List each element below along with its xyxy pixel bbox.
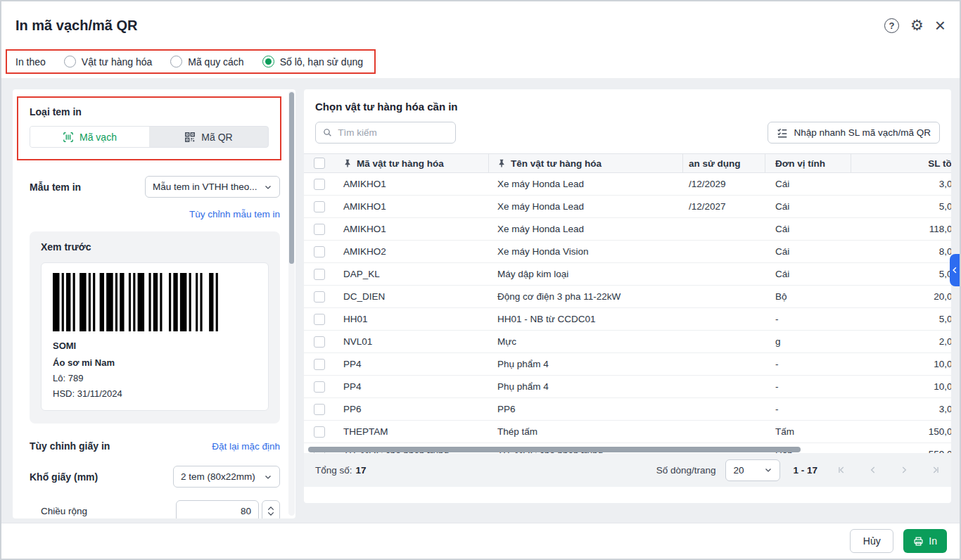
row-checkbox[interactable] — [314, 336, 325, 348]
cell-unit: g — [765, 336, 851, 347]
row-checkbox[interactable] — [314, 426, 325, 438]
cell-stock-qty: 3,00 — [851, 179, 951, 189]
cell-unit: - — [765, 314, 851, 324]
chevron-down-icon — [764, 466, 772, 474]
quick-input-qty-button[interactable]: Nhập nhanh SL mã vạch/mã QR — [768, 122, 940, 144]
table-row[interactable]: AMIKHO1Xe máy Honda LeadCái118,00 — [304, 218, 951, 241]
row-checkbox-cell — [304, 179, 335, 190]
last-page-icon[interactable] — [930, 465, 940, 475]
cell-item-name: Động cơ điện 3 pha 11-22kW — [489, 291, 683, 302]
barcode-preview-image — [53, 273, 220, 331]
column-header-name[interactable]: Tên vật tư hàng hóa — [511, 158, 602, 169]
table-row[interactable]: AMIKHO2Xe máy Honda VisionCái8,00 — [304, 241, 951, 263]
paper-width-input[interactable] — [176, 500, 259, 518]
first-page-icon[interactable] — [837, 465, 847, 475]
row-checkbox[interactable] — [314, 291, 325, 303]
horizontal-scrollbar[interactable] — [304, 446, 951, 453]
cell-item-name: Xe máy Honda Lead — [489, 179, 683, 189]
table-row[interactable]: DC_DIENĐộng cơ điện 3 pha 11-22kWBộ20,00 — [304, 286, 951, 308]
cell-unit: Bộ — [765, 291, 851, 302]
total-value: 17 — [356, 465, 367, 476]
radio-ma-quy-cach[interactable]: Mã quy cách — [170, 56, 243, 68]
radio-vat-tu-hang-hoa[interactable]: Vật tư hàng hóa — [64, 56, 152, 68]
paper-size-select[interactable]: 2 tem (80x22mm) — [173, 466, 280, 488]
cell-item-name: PP6 — [489, 404, 683, 414]
column-header-unit[interactable]: Đơn vị tính — [775, 158, 825, 169]
cell-unit: - — [765, 404, 851, 414]
template-select[interactable]: Mẫu tem in VTHH theo... — [145, 176, 280, 198]
column-header-code[interactable]: Mã vật tư hàng hóa — [357, 158, 444, 169]
table-row[interactable]: AMIKHO1Xe máy Honda Lead/12/2027Cái5,00 — [304, 196, 951, 218]
total-label: Tổng số: — [315, 465, 352, 476]
row-checkbox-cell — [304, 314, 335, 325]
row-checkbox[interactable] — [314, 314, 325, 325]
print-button[interactable]: In — [903, 529, 947, 553]
row-checkbox[interactable] — [314, 381, 325, 393]
rows-per-page-label: Số dòng/trang — [656, 465, 716, 476]
print-by-highlight-box: In theo Vật tư hàng hóa Mã quy cách Số l… — [6, 49, 376, 74]
template-label: Mẫu tem in — [30, 182, 81, 193]
reset-default-link[interactable]: Đặt lại mặc định — [212, 441, 280, 452]
tab-qr-label: Mã QR — [201, 132, 232, 143]
row-checkbox-cell — [304, 381, 335, 393]
tab-qr[interactable]: Mã QR — [149, 127, 268, 147]
item-select-panel: Chọn vật tư hàng hóa cần in — [304, 89, 951, 503]
page-range: 1 - 17 — [793, 465, 817, 476]
page-title: In mã vạch/mã QR — [15, 18, 137, 34]
table-row[interactable]: PP4Phụ phẩm 4-10,00 — [304, 376, 951, 398]
row-checkbox[interactable] — [314, 179, 325, 190]
table-row[interactable]: THEPTAMThép tấmTấm150,00 — [304, 421, 951, 443]
select-all-checkbox[interactable] — [314, 158, 325, 169]
preview-expiry: HSD: 31/11/2024 — [53, 388, 257, 399]
help-icon[interactable]: ? — [884, 18, 899, 33]
table-row[interactable]: DAP_KLMáy dập kim loạiCái5,00 — [304, 263, 951, 286]
table-row[interactable]: HH01HH01 - NB từ CCDC01-5,00 — [304, 308, 951, 331]
cell-item-name: Thép tấm — [489, 426, 683, 437]
left-panel-scrollbar[interactable] — [288, 91, 295, 516]
next-page-icon[interactable] — [899, 465, 909, 475]
checklist-icon — [777, 127, 788, 139]
cell-stock-qty: 3,00 — [851, 404, 951, 414]
paper-width-label: Chiều rộng — [41, 506, 87, 516]
customize-template-link[interactable]: Tùy chỉnh mẫu tem in — [189, 209, 280, 219]
cell-item-code: PP4 — [335, 381, 489, 392]
cell-item-code: PP4 — [335, 359, 489, 369]
table-row[interactable]: AMIKHO1Xe máy Honda Lead/12/2029Cái3,00 — [304, 173, 951, 196]
template-select-value: Mẫu tem in VTHH theo... — [153, 182, 257, 192]
column-header-qty[interactable]: SL tồn — [928, 158, 951, 169]
cell-item-code: AMIKHO1 — [335, 224, 489, 234]
rows-per-page-select[interactable]: 20 — [725, 459, 780, 481]
search-input[interactable] — [338, 127, 448, 138]
preview-item-code: SOMI — [53, 341, 257, 351]
gear-icon[interactable]: ⚙ — [910, 18, 924, 33]
close-icon[interactable]: × — [935, 18, 946, 32]
row-checkbox[interactable] — [314, 224, 325, 235]
row-checkbox[interactable] — [314, 359, 325, 370]
tab-barcode-label: Mã vạch — [79, 132, 117, 143]
quantity-stepper[interactable] — [262, 500, 280, 518]
label-type-switch: Mã vạch Mã QR — [30, 126, 269, 148]
table-row[interactable]: PP6PP6-3,00 — [304, 398, 951, 421]
table-row[interactable]: PP4Phụ phẩm 4-10,00 — [304, 353, 951, 376]
cell-stock-qty: 5,00 — [851, 201, 951, 212]
cell-item-code: NVL01 — [335, 336, 489, 347]
row-checkbox[interactable] — [314, 246, 325, 257]
stepper-down-icon — [267, 511, 274, 516]
cancel-button[interactable]: Hủy — [850, 529, 893, 553]
row-checkbox-cell — [304, 224, 335, 235]
table-row[interactable]: NVL01Mựcg2,00 — [304, 331, 951, 353]
row-checkbox[interactable] — [314, 269, 325, 280]
cell-stock-qty: 5,00 — [851, 269, 951, 279]
expand-panel-tab[interactable] — [950, 254, 960, 286]
tab-barcode[interactable]: Mã vạch — [30, 127, 149, 147]
row-checkbox[interactable] — [314, 201, 325, 212]
cell-unit: - — [765, 381, 851, 392]
radio-so-lo-han-su-dung[interactable]: Số lô, hạn sử dụng — [262, 56, 363, 68]
barcode-icon — [63, 132, 74, 143]
row-checkbox[interactable] — [314, 404, 325, 415]
table-footer: Tổng số: 17 Số dòng/trang 20 1 - 17 — [304, 453, 951, 487]
dialog-header: In mã vạch/mã QR ? ⚙ × — [1, 1, 960, 49]
prev-page-icon[interactable] — [868, 465, 878, 475]
column-header-expiry[interactable]: an sử dụng — [689, 158, 741, 169]
label-settings-panel: Loại tem in Mã vạch — [13, 89, 295, 518]
